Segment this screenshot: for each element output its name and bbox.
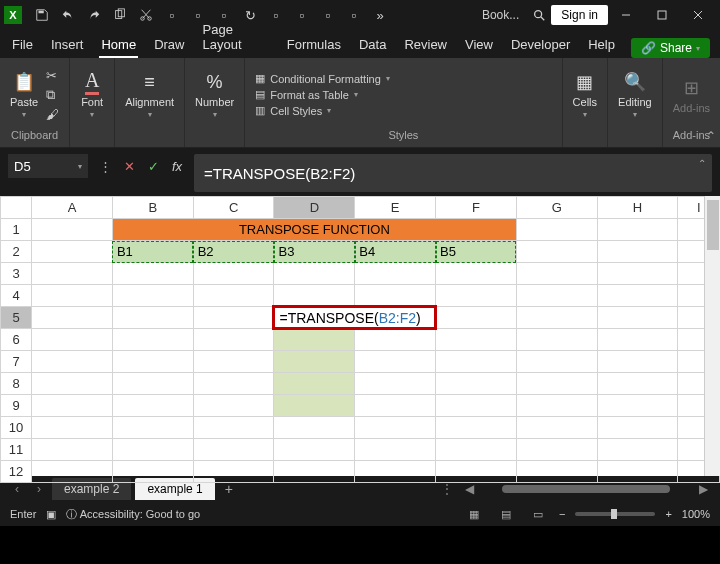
cell[interactable]: [355, 417, 436, 439]
col-header-E[interactable]: E: [355, 197, 436, 219]
add-sheet-button[interactable]: +: [219, 481, 239, 497]
cell[interactable]: [193, 439, 274, 461]
cell[interactable]: [597, 307, 678, 329]
cells-button[interactable]: ▦ Cells ▾: [573, 70, 597, 119]
macro-record-icon[interactable]: ▣: [46, 508, 56, 521]
tab-draw[interactable]: Draw: [152, 33, 186, 58]
cell[interactable]: [516, 461, 597, 483]
view-normal-icon[interactable]: ▦: [463, 506, 485, 522]
zoom-in-icon[interactable]: +: [665, 508, 671, 520]
cell[interactable]: [32, 307, 113, 329]
cell[interactable]: [32, 219, 113, 241]
cell[interactable]: [436, 285, 517, 307]
row-header-3[interactable]: 3: [1, 263, 32, 285]
accessibility-status[interactable]: ⓘ Accessibility: Good to go: [66, 507, 200, 522]
cell[interactable]: [112, 263, 193, 285]
formula-cancel-icon[interactable]: ✕: [118, 155, 140, 177]
cell[interactable]: [193, 351, 274, 373]
cell-B2[interactable]: B1: [112, 241, 193, 263]
cell[interactable]: [112, 351, 193, 373]
col-header-H[interactable]: H: [597, 197, 678, 219]
row-header-2[interactable]: 2: [1, 241, 32, 263]
qat-overflow-icon[interactable]: »: [368, 3, 392, 27]
cell[interactable]: [355, 373, 436, 395]
cell[interactable]: [193, 285, 274, 307]
qat-icon[interactable]: ▫: [160, 3, 184, 27]
cell[interactable]: [32, 373, 113, 395]
scrollbar-thumb[interactable]: [707, 200, 719, 250]
cell[interactable]: [436, 329, 517, 351]
minimize-icon[interactable]: [608, 1, 644, 29]
row-header-12[interactable]: 12: [1, 461, 32, 483]
cell[interactable]: [436, 373, 517, 395]
worksheet-grid[interactable]: A B C D E F G H I 1 TRANSPOSE FUNCTION 2…: [0, 196, 720, 476]
close-icon[interactable]: [680, 1, 716, 29]
zoom-percent[interactable]: 100%: [682, 508, 710, 520]
cell-D7[interactable]: [274, 351, 355, 373]
cell-merged-title[interactable]: TRANSPOSE FUNCTION: [112, 219, 516, 241]
cell[interactable]: [355, 461, 436, 483]
cell[interactable]: [516, 307, 597, 329]
cell[interactable]: [32, 417, 113, 439]
signin-button[interactable]: Sign in: [551, 5, 608, 25]
cell[interactable]: [355, 263, 436, 285]
cell[interactable]: [597, 263, 678, 285]
maximize-icon[interactable]: [644, 1, 680, 29]
cut-icon[interactable]: ✂: [46, 68, 59, 83]
tab-help[interactable]: Help: [586, 33, 617, 58]
col-header-A[interactable]: A: [32, 197, 113, 219]
cell[interactable]: [355, 285, 436, 307]
row-header-6[interactable]: 6: [1, 329, 32, 351]
col-header-C[interactable]: C: [193, 197, 274, 219]
tab-page-layout[interactable]: Page Layout: [201, 18, 271, 58]
cell[interactable]: [516, 263, 597, 285]
tab-file[interactable]: File: [10, 33, 35, 58]
cell[interactable]: [436, 263, 517, 285]
zoom-slider[interactable]: [575, 512, 655, 516]
tab-formulas[interactable]: Formulas: [285, 33, 343, 58]
row-header-10[interactable]: 10: [1, 417, 32, 439]
cell[interactable]: [32, 395, 113, 417]
cell-C2[interactable]: B2: [193, 241, 274, 263]
sheet-prev-icon[interactable]: ‹: [8, 482, 26, 496]
ribbon-collapse-icon[interactable]: ⌃: [706, 129, 716, 143]
scrollbar-thumb[interactable]: [502, 485, 670, 493]
cell-styles-button[interactable]: ▥ Cell Styles ▾: [255, 104, 390, 117]
cell[interactable]: [355, 329, 436, 351]
cell[interactable]: [32, 329, 113, 351]
row-header-11[interactable]: 11: [1, 439, 32, 461]
cell[interactable]: [274, 461, 355, 483]
cell[interactable]: [355, 395, 436, 417]
cell[interactable]: [597, 285, 678, 307]
font-button[interactable]: A Font ▾: [80, 70, 104, 119]
zoom-out-icon[interactable]: −: [559, 508, 565, 520]
copy-icon[interactable]: ⧉: [46, 87, 59, 103]
editing-button[interactable]: 🔍 Editing ▾: [618, 70, 652, 119]
conditional-formatting-button[interactable]: ▦ Conditional Formatting ▾: [255, 72, 390, 85]
formula-more-icon[interactable]: ⋮: [94, 155, 116, 177]
cell[interactable]: [193, 373, 274, 395]
tab-data[interactable]: Data: [357, 33, 388, 58]
row-header-5[interactable]: 5: [1, 307, 32, 329]
col-header-F[interactable]: F: [436, 197, 517, 219]
cell[interactable]: [193, 307, 274, 329]
cell[interactable]: [436, 307, 517, 329]
qat-icon[interactable]: ▫: [316, 3, 340, 27]
cell-D2[interactable]: B3: [274, 241, 355, 263]
cell[interactable]: [112, 461, 193, 483]
cell[interactable]: [516, 395, 597, 417]
name-box[interactable]: D5 ▾: [8, 154, 88, 178]
cell[interactable]: [193, 263, 274, 285]
cell[interactable]: [32, 351, 113, 373]
view-page-layout-icon[interactable]: ▤: [495, 506, 517, 522]
alignment-button[interactable]: ≡ Alignment ▾: [125, 70, 174, 119]
sheet-more-icon[interactable]: ⋮: [438, 482, 456, 496]
cell-D5-editing[interactable]: =TRANSPOSE(B2:F2): [274, 307, 436, 329]
cell[interactable]: [112, 439, 193, 461]
row-header-8[interactable]: 8: [1, 373, 32, 395]
sheet-next-icon[interactable]: ›: [30, 482, 48, 496]
cell[interactable]: [274, 263, 355, 285]
cell-D6[interactable]: [274, 329, 355, 351]
cell[interactable]: [516, 241, 597, 263]
cell[interactable]: [516, 417, 597, 439]
